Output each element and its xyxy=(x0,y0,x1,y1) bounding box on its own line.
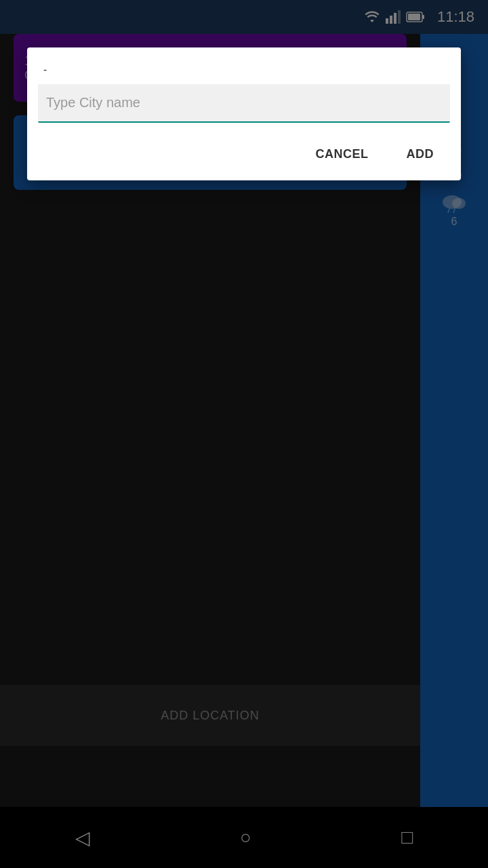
cancel-button[interactable]: CANCEL xyxy=(300,139,385,170)
add-button[interactable]: ADD xyxy=(390,139,451,170)
city-input-container[interactable] xyxy=(38,84,450,123)
city-name-input[interactable] xyxy=(46,87,442,119)
add-city-dialog: - CANCEL ADD xyxy=(27,47,461,180)
dialog-buttons: CANCEL ADD xyxy=(27,139,461,180)
dialog-overlay: - CANCEL ADD xyxy=(0,0,488,868)
dialog-title: - xyxy=(27,47,461,84)
